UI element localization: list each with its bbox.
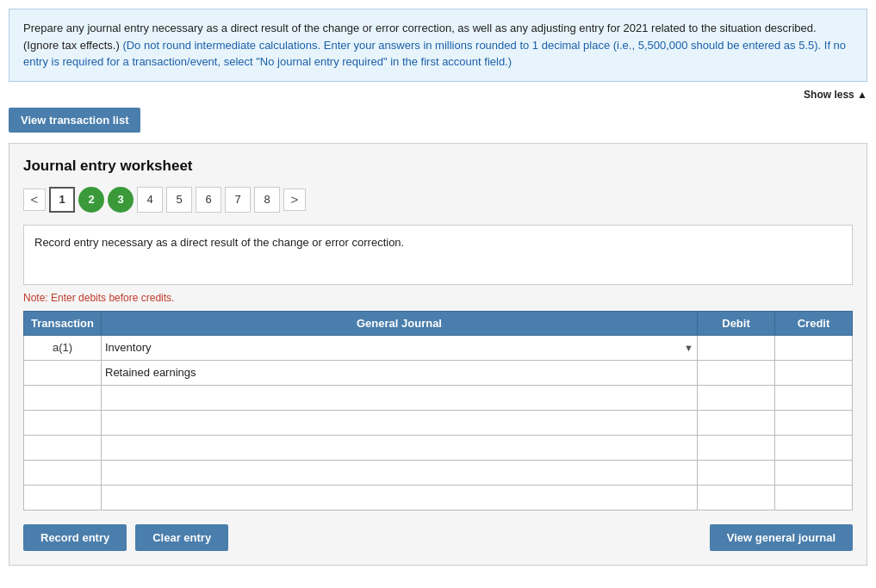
credit-input[interactable] [775, 386, 852, 410]
tab-1[interactable]: 1 [49, 187, 75, 213]
description-box: Record entry necessary as a direct resul… [23, 225, 853, 285]
tab-8[interactable]: 8 [254, 187, 280, 213]
instructions-box: Prepare any journal entry necessary as a… [9, 9, 867, 82]
table-row [24, 485, 853, 510]
clear-entry-button[interactable]: Clear entry [135, 524, 228, 551]
transaction-cell: a(1) [24, 335, 102, 360]
description-text: Record entry necessary as a direct resul… [34, 236, 404, 249]
tab-prev-button[interactable]: < [23, 189, 46, 211]
note-text: Note: Enter debits before credits. [23, 292, 853, 304]
credit-cell[interactable] [775, 385, 853, 410]
account-cell[interactable] [102, 485, 698, 510]
transaction-cell [24, 385, 102, 410]
table-row [24, 385, 853, 410]
tab-next-button[interactable]: > [283, 189, 306, 211]
tab-6[interactable]: 6 [196, 187, 221, 213]
record-entry-button[interactable]: Record entry [23, 524, 127, 551]
debit-cell[interactable] [698, 385, 775, 410]
tabs-row: < 1 2 3 4 5 6 7 8 > [23, 187, 853, 213]
show-less-link[interactable]: Show less [0, 89, 867, 101]
debit-input[interactable] [698, 486, 774, 510]
account-cell[interactable]: Retained earnings [102, 360, 698, 385]
debit-input[interactable] [698, 461, 774, 485]
account-cell[interactable] [102, 385, 698, 410]
debit-input[interactable] [698, 386, 774, 410]
col-header-general-journal: General Journal [102, 311, 698, 335]
debit-input[interactable] [698, 436, 774, 460]
debit-cell[interactable] [698, 485, 775, 510]
view-transaction-button[interactable]: View transaction list [9, 108, 140, 133]
credit-cell[interactable] [775, 435, 853, 460]
account-cell[interactable] [102, 410, 698, 435]
tab-7[interactable]: 7 [225, 187, 251, 213]
transaction-cell [24, 410, 102, 435]
debit-cell[interactable] [698, 360, 775, 385]
transaction-cell [24, 485, 102, 510]
journal-table: Transaction General Journal Debit Credit… [23, 311, 853, 511]
debit-cell[interactable] [698, 335, 775, 360]
table-row: Retained earnings [24, 360, 853, 385]
credit-input[interactable] [775, 361, 852, 385]
col-header-debit: Debit [698, 311, 775, 335]
credit-input[interactable] [775, 336, 852, 360]
credit-cell[interactable] [775, 360, 853, 385]
instructions-text-blue: (Do not round intermediate calculations.… [23, 39, 846, 69]
transaction-cell [24, 435, 102, 460]
table-row [24, 435, 853, 460]
credit-cell[interactable] [775, 485, 853, 510]
tab-5[interactable]: 5 [166, 187, 192, 213]
credit-input[interactable] [775, 411, 852, 435]
account-cell[interactable] [102, 460, 698, 485]
debit-input[interactable] [698, 361, 774, 385]
table-row [24, 410, 853, 435]
account-cell[interactable]: Inventory▼ [102, 335, 698, 360]
account-label: Inventory [105, 341, 151, 354]
worksheet-title: Journal entry worksheet [23, 158, 853, 175]
worksheet-container: Journal entry worksheet < 1 2 3 4 5 6 7 … [9, 143, 867, 566]
col-header-credit: Credit [775, 311, 853, 335]
credit-input[interactable] [775, 461, 852, 485]
credit-cell[interactable] [775, 335, 853, 360]
credit-cell[interactable] [775, 460, 853, 485]
col-header-transaction: Transaction [24, 311, 102, 335]
debit-cell[interactable] [698, 410, 775, 435]
dropdown-arrow-icon[interactable]: ▼ [684, 343, 693, 353]
credit-input[interactable] [775, 436, 852, 460]
transaction-cell [24, 360, 102, 385]
tab-2[interactable]: 2 [78, 187, 104, 213]
table-row [24, 460, 853, 485]
tab-3[interactable]: 3 [108, 187, 134, 213]
tab-4[interactable]: 4 [137, 187, 163, 213]
credit-cell[interactable] [775, 410, 853, 435]
table-row: a(1)Inventory▼ [24, 335, 853, 360]
transaction-cell [24, 460, 102, 485]
credit-input[interactable] [775, 486, 852, 510]
bottom-buttons: Record entry Clear entry View general jo… [23, 524, 853, 551]
debit-cell[interactable] [698, 435, 775, 460]
debit-cell[interactable] [698, 460, 775, 485]
debit-input[interactable] [698, 411, 774, 435]
account-cell[interactable] [102, 435, 698, 460]
account-label: Retained earnings [105, 366, 196, 379]
debit-input[interactable] [698, 336, 774, 360]
view-general-journal-button[interactable]: View general journal [710, 524, 853, 551]
